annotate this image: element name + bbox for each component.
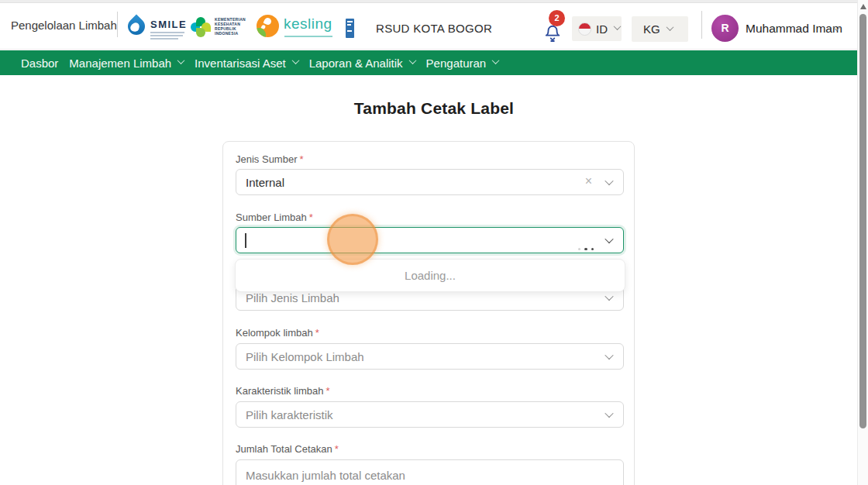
chevron-down-icon: [408, 57, 416, 64]
app-window: Pengelolaan Limbah SMILE KEMENTERIAN KES…: [0, 0, 868, 485]
smile-logo-text: SMILE: [150, 19, 187, 30]
kelompok-limbah-select[interactable]: Pilih Kelompok Limbah: [236, 343, 624, 370]
select-dropdown-panel: Loading...: [235, 259, 625, 292]
scrollbar-up-arrow-icon[interactable]: [860, 4, 866, 9]
karakteristik-limbah-label: Karakteristik limbah*: [236, 385, 330, 397]
chevron-down-icon: [492, 57, 500, 64]
unit-code: KG: [643, 22, 660, 36]
nav-item-laporan-analitik[interactable]: Laporan & Analitik: [309, 57, 415, 70]
jenis-sumber-value: Internal: [246, 176, 284, 189]
vertical-scrollbar[interactable]: [857, 0, 868, 485]
kesling-logo-text: kesling: [284, 15, 332, 33]
kemenkes-clover-icon: [191, 17, 211, 37]
chevron-down-icon: [604, 292, 613, 301]
window-top-edge: [0, 0, 868, 3]
language-code: ID: [596, 22, 608, 36]
karakteristik-limbah-placeholder: Pilih karakteristik: [246, 408, 333, 421]
chevron-down-icon: [177, 57, 185, 64]
main-navigation: Dasbor Manajemen Limbah Inventarisasi As…: [0, 50, 868, 75]
language-selector[interactable]: ID: [572, 16, 622, 41]
kesling-icon: [257, 15, 279, 37]
app-title: Pengelolaan Limbah: [11, 19, 117, 32]
kelompok-limbah-placeholder: Pilih Kelompok Limbah: [246, 350, 364, 363]
chevron-down-icon: [604, 235, 613, 243]
unit-selector[interactable]: KG: [632, 16, 688, 42]
loading-dots-icon: [574, 239, 594, 253]
undp-logo: [346, 19, 354, 38]
notification-bell-button[interactable]: 2: [542, 10, 567, 44]
organization-name: RSUD KOTA BOGOR: [376, 22, 492, 35]
nav-item-inventarisasi-aset[interactable]: Inventarisasi Aset: [195, 57, 298, 70]
kesling-logo: kesling: [257, 13, 338, 44]
chevron-down-icon: [604, 351, 613, 359]
smile-drop-icon: [124, 14, 148, 38]
form-card: Jenis Sumber* Internal × Sumber Limbah* …: [222, 141, 635, 485]
user-name[interactable]: Muhammad Imam: [746, 22, 842, 36]
nav-item-manajemen-limbah[interactable]: Manajemen Limbah: [69, 57, 184, 70]
chevron-down-icon: [291, 57, 299, 64]
kemenkes-logo-text: KEMENTERIAN KESEHATAN REPUBLIK INDONESIA: [215, 17, 246, 36]
header-divider: [117, 12, 118, 37]
page-title: Tambah Cetak Label: [0, 99, 868, 118]
chevron-down-icon: [604, 177, 613, 185]
jenis-sumber-select[interactable]: Internal ×: [236, 169, 624, 195]
chevron-down-icon: [666, 23, 673, 31]
clear-icon[interactable]: ×: [585, 174, 592, 188]
user-avatar[interactable]: R: [711, 15, 739, 42]
header-divider: [701, 11, 702, 39]
kemenkes-logo: KEMENTERIAN KESEHATAN REPUBLIK INDONESIA: [191, 14, 236, 43]
required-marker: *: [299, 153, 303, 165]
karakteristik-limbah-select[interactable]: Pilih karakteristik: [236, 401, 624, 428]
nav-item-dasbor[interactable]: Dasbor: [21, 57, 58, 70]
jenis-sumber-label: Jenis Sumber*: [236, 153, 304, 165]
required-marker: *: [315, 327, 319, 339]
chevron-down-icon: [614, 22, 622, 30]
jumlah-total-cetakan-label: Jumlah Total Cetakan*: [236, 443, 339, 455]
kesling-tagline: [284, 36, 332, 37]
required-marker: *: [326, 385, 329, 397]
kelompok-limbah-label: Kelompok limbah*: [236, 327, 319, 339]
chevron-down-icon: [604, 409, 613, 418]
text-cursor: [245, 233, 246, 248]
smile-logo: SMILE: [126, 13, 184, 44]
scrollbar-thumb[interactable]: [859, 14, 866, 428]
required-marker: *: [335, 443, 339, 455]
sumber-limbah-label: Sumber Limbah*: [236, 212, 313, 223]
sumber-limbah-select[interactable]: [236, 227, 624, 253]
app-header: Pengelolaan Limbah SMILE KEMENTERIAN KES…: [0, 4, 868, 50]
nav-item-pengaturan[interactable]: Pengaturan: [426, 57, 499, 70]
indonesia-flag-icon: [578, 22, 591, 36]
loading-text: Loading...: [405, 269, 456, 282]
jenis-limbah-placeholder: Pilih Jenis Limbah: [246, 291, 339, 304]
notification-badge: 2: [549, 10, 565, 26]
jumlah-total-cetakan-input[interactable]: [236, 459, 624, 485]
required-marker: *: [309, 212, 313, 223]
smile-tagline: [150, 32, 184, 41]
